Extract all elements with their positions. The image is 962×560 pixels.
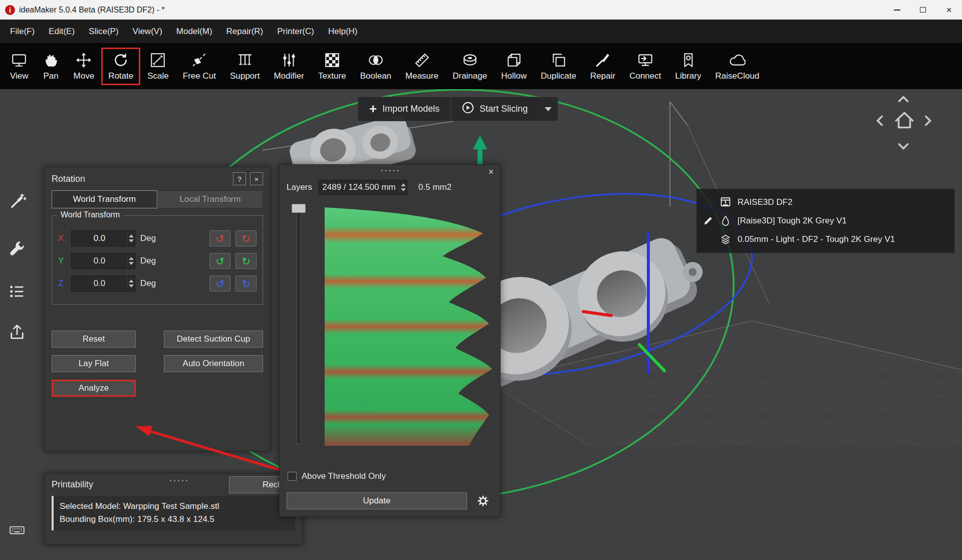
transform-tabs: World Transform Local Transform — [52, 190, 263, 208]
drag-handle[interactable] — [170, 480, 187, 481]
toolbar-modifier[interactable]: Modifier — [267, 48, 311, 85]
toolbar-pan[interactable]: Pan — [36, 48, 67, 85]
help-button[interactable]: ? — [233, 172, 246, 185]
y-rotate-ccw-button[interactable]: ↺ — [209, 253, 230, 269]
menu-view[interactable]: View(V) — [126, 20, 169, 43]
toolbar-boolean[interactable]: Boolean — [353, 48, 398, 85]
rotate-up-button[interactable] — [897, 93, 910, 106]
import-models-button[interactable]: + Import Models — [358, 97, 450, 121]
layers-footer: Update — [280, 492, 500, 509]
left-tool-rail — [0, 89, 34, 560]
menu-printer[interactable]: Printer(C) — [270, 20, 321, 43]
reset-button[interactable]: Reset — [52, 331, 136, 348]
layer-slider-track[interactable] — [296, 207, 301, 444]
toolbar-connect[interactable]: Connect — [622, 48, 668, 85]
settings-tool-button[interactable] — [7, 239, 27, 259]
y-spinner[interactable] — [127, 253, 135, 268]
toolbar-view[interactable]: View — [3, 48, 36, 85]
x-rotate-cw-button[interactable]: ↻ — [235, 230, 257, 246]
z-axis-arrow[interactable] — [473, 135, 487, 165]
current-filament-row[interactable]: [Raise3D] Tough 2K Grey V1 — [719, 215, 954, 227]
list-tool-button[interactable] — [7, 283, 27, 303]
toolbar-free-cut[interactable]: Free Cut — [176, 48, 223, 85]
tab-world-transform[interactable]: World Transform — [52, 190, 157, 208]
export-tool-button[interactable] — [7, 324, 27, 344]
menu-edit[interactable]: Edit(E) — [42, 20, 82, 43]
x-spinner[interactable] — [127, 231, 135, 246]
settings-button[interactable] — [473, 492, 493, 509]
toolbar-texture[interactable]: Texture — [311, 48, 353, 85]
above-threshold-checkbox[interactable] — [288, 472, 297, 481]
keyboard-shortcuts-button[interactable] — [7, 521, 27, 541]
play-icon — [462, 102, 474, 116]
printability-title: Printability — [52, 479, 93, 490]
menu-model[interactable]: Model(M) — [169, 20, 219, 43]
analyze-button[interactable]: Analyze — [52, 380, 136, 397]
toolbar-support[interactable]: Support — [223, 48, 267, 85]
toolbar-measure[interactable]: Measure — [398, 48, 445, 85]
menu-file[interactable]: File(F) — [3, 20, 42, 43]
viewport-3d: + Import Models Start Slicing — [0, 89, 962, 560]
z-rotate-ccw-button[interactable]: ↺ — [209, 275, 230, 292]
toolbar-scale[interactable]: Scale — [140, 48, 176, 85]
toolbar-hollow[interactable]: Hollow — [494, 48, 534, 85]
current-template-row[interactable]: 0.05mm - Light - DF2 - Tough 2K Grey V1 — [719, 233, 954, 245]
chevron-down-icon — [545, 107, 552, 111]
toolbar-drainage[interactable]: Drainage — [445, 48, 494, 85]
rotation-close-button[interactable]: × — [250, 172, 263, 185]
toolbar-raisecloud[interactable]: RaiseCloud — [708, 48, 766, 85]
current-printer-row[interactable]: RAISE3D DF2 — [719, 196, 954, 208]
z-spinner[interactable] — [127, 276, 135, 291]
rotation-panel: Rotation ? × World Transform Local Trans… — [44, 167, 271, 451]
drag-handle[interactable] — [381, 170, 399, 171]
current-filament-label: [Raise3D] Tough 2K Grey V1 — [738, 216, 847, 226]
layers-close-button[interactable]: × — [485, 166, 497, 178]
menu-help[interactable]: Help(H) — [321, 20, 365, 43]
auto-orientation-button[interactable]: Auto Orientation — [164, 355, 263, 372]
rotate-right-button[interactable] — [921, 114, 934, 127]
group-title: World Transform — [57, 210, 123, 219]
lay-flat-button[interactable]: Lay Flat — [52, 355, 136, 372]
pan-icon — [43, 52, 60, 69]
close-button[interactable]: × — [936, 0, 962, 20]
menu-repair[interactable]: Repair(R) — [219, 20, 271, 43]
toolbar-duplicate[interactable]: Duplicate — [534, 48, 583, 85]
home-icon — [892, 108, 917, 133]
layer-range-input[interactable]: 2489 / 124.500 mm — [318, 180, 407, 195]
y-rotate-cw-button[interactable]: ↻ — [235, 253, 257, 269]
tab-local-transform[interactable]: Local Transform — [157, 190, 263, 208]
window-title: ideaMaker 5.0.4 Beta (RAISE3D DF2) - * — [19, 6, 165, 15]
update-button[interactable]: Update — [287, 492, 467, 509]
x-rotate-ccw-button[interactable]: ↺ — [209, 230, 230, 246]
rotation-header: Rotation ? × — [45, 167, 270, 190]
duplicate-icon — [550, 52, 567, 69]
toolbar-move[interactable]: Move — [67, 48, 102, 85]
drainage-icon — [461, 52, 478, 69]
slicing-dropdown-button[interactable] — [539, 97, 558, 121]
x-rotation-input[interactable]: 0.0 — [71, 230, 135, 246]
edit-settings-button[interactable] — [696, 189, 719, 253]
menu-slice[interactable]: Slice(P) — [82, 20, 126, 43]
wrench-icon — [8, 239, 26, 259]
toolbar-repair[interactable]: Repair — [583, 48, 622, 85]
layer-slider-handle[interactable] — [292, 204, 306, 213]
z-rotate-cw-button[interactable]: ↻ — [235, 275, 257, 292]
start-slicing-button[interactable]: Start Slicing — [451, 97, 539, 121]
y-rotation-input[interactable]: 0.0 — [71, 253, 135, 269]
library-icon — [680, 52, 697, 69]
detect-suction-cup-button[interactable]: Detect Suction Cup — [164, 331, 263, 348]
toolbar-library[interactable]: Library — [668, 48, 708, 85]
hollow-icon — [506, 52, 523, 69]
minimize-button[interactable] — [884, 0, 910, 20]
z-rotation-input[interactable]: 0.0 — [71, 275, 135, 292]
maximize-button[interactable] — [910, 0, 936, 20]
toolbar-rotate[interactable]: Rotate — [101, 48, 140, 85]
layers-controls: Layers 2489 / 124.500 mm 0.5 mm2 — [280, 178, 500, 195]
move-icon — [75, 52, 92, 69]
rotate-down-button[interactable] — [897, 139, 910, 152]
rotate-left-button[interactable] — [874, 114, 887, 127]
app-window: i ideaMaker 5.0.4 Beta (RAISE3D DF2) - *… — [0, 0, 962, 560]
layer-spinner[interactable] — [399, 180, 407, 194]
paint-tool-button[interactable] — [7, 192, 27, 212]
home-view-button[interactable] — [892, 108, 917, 133]
